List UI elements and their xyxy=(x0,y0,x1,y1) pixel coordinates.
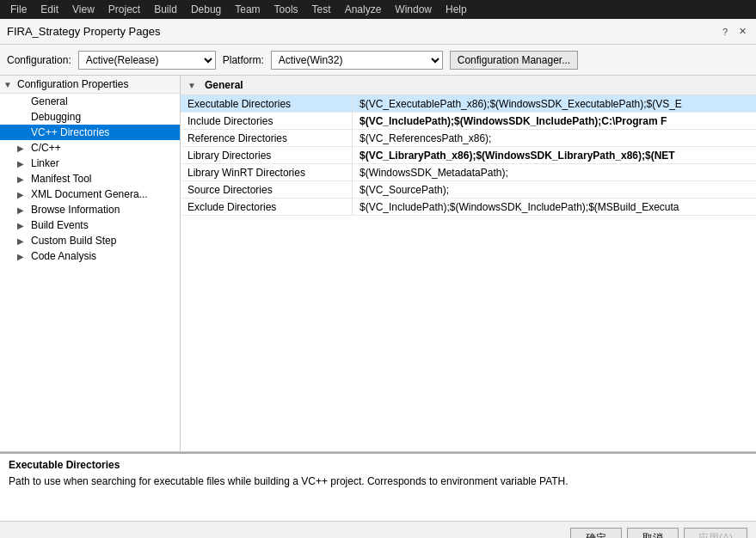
tree-label-browse-info: Browse Information xyxy=(31,204,120,216)
prop-value-ref-dirs: $(VC_ReferencesPath_x86); xyxy=(353,130,756,146)
menu-help[interactable]: Help xyxy=(439,2,474,17)
prop-name-libwinrt-dirs: Library WinRT Directories xyxy=(181,164,353,180)
tree-label-general: General xyxy=(31,95,68,107)
tree-label-build-events: Build Events xyxy=(31,219,89,231)
general-expand-arrow xyxy=(17,97,31,107)
cpp-expand-arrow: ▶ xyxy=(17,144,31,153)
code-expand-arrow: ▶ xyxy=(17,252,31,261)
tree-label-linker: Linker xyxy=(31,157,59,169)
platform-label: Platform: xyxy=(223,54,264,66)
config-row: Configuration: Active(Release) Platform:… xyxy=(0,45,756,76)
properties-panel: ▼ General Executable Directories $(VC_Ex… xyxy=(181,76,756,451)
bottom-button-bar: 确定 取消 应用(A) xyxy=(0,521,756,538)
cancel-button[interactable]: 取消 xyxy=(627,528,679,539)
tree-label-custom-build: Custom Build Step xyxy=(31,235,116,247)
menu-project[interactable]: Project xyxy=(101,2,147,17)
close-button[interactable]: ✕ xyxy=(735,25,749,39)
property-tree: ▼ Configuration Properties General Debug… xyxy=(0,76,181,451)
platform-select[interactable]: Active(Win32) xyxy=(271,51,443,70)
dialog-title: FIRA_Strategy Property Pages xyxy=(7,25,160,38)
prop-name-include-dirs: Include Directories xyxy=(181,113,353,129)
window-controls: ? ✕ xyxy=(718,25,749,39)
menu-view[interactable]: View xyxy=(65,2,101,17)
help-button[interactable]: ? xyxy=(718,25,732,39)
prop-row-exec-dirs[interactable]: Executable Directories $(VC_ExecutablePa… xyxy=(181,95,756,113)
tree-item-vcpp-directories[interactable]: VC++ Directories xyxy=(0,125,180,140)
props-section-general: ▼ General xyxy=(181,76,756,95)
tree-item-linker[interactable]: ▶ Linker xyxy=(0,156,180,171)
tree-label-debugging: Debugging xyxy=(31,111,81,123)
xml-expand-arrow: ▶ xyxy=(17,190,31,199)
prop-row-source-dirs[interactable]: Source Directories $(VC_SourcePath); xyxy=(181,181,756,199)
tree-root[interactable]: ▼ Configuration Properties xyxy=(0,76,180,94)
build-expand-arrow: ▶ xyxy=(17,221,31,230)
tree-root-label: Configuration Properties xyxy=(17,78,128,90)
menu-analyze[interactable]: Analyze xyxy=(338,2,389,17)
tree-item-browse-info[interactable]: ▶ Browse Information xyxy=(0,202,180,217)
description-title: Executable Directories xyxy=(9,459,747,471)
menu-debug[interactable]: Debug xyxy=(184,2,228,17)
left-panel-scroll xyxy=(0,420,180,436)
ok-button[interactable]: 确定 xyxy=(570,528,622,539)
prop-row-exclude-dirs[interactable]: Exclude Directories $(VC_IncludePath);$(… xyxy=(181,199,756,216)
prop-name-lib-dirs: Library Directories xyxy=(181,147,353,163)
prop-row-include-dirs[interactable]: Include Directories $(VC_IncludePath);$(… xyxy=(181,113,756,130)
manifest-expand-arrow: ▶ xyxy=(17,174,31,184)
prop-row-lib-dirs[interactable]: Library Directories $(VC_LibraryPath_x86… xyxy=(181,147,756,164)
browse-expand-arrow: ▶ xyxy=(17,205,31,215)
description-panel: Executable Directories Path to use when … xyxy=(0,452,756,521)
vcpp-expand-arrow xyxy=(17,128,31,138)
menu-bar: File Edit View Project Build Debug Team … xyxy=(0,0,756,19)
description-text: Path to use when searching for executabl… xyxy=(9,474,747,489)
prop-name-exclude-dirs: Exclude Directories xyxy=(181,199,353,215)
prop-value-exclude-dirs: $(VC_IncludePath);$(WindowsSDK_IncludePa… xyxy=(353,199,756,215)
tree-item-general[interactable]: General xyxy=(0,94,180,109)
linker-expand-arrow: ▶ xyxy=(17,159,31,168)
tree-item-xml-doc[interactable]: ▶ XML Document Genera... xyxy=(0,186,180,202)
tree-label-code-analysis: Code Analysis xyxy=(31,250,96,262)
tree-item-custom-build[interactable]: ▶ Custom Build Step xyxy=(0,233,180,248)
debugging-expand-arrow xyxy=(17,113,31,122)
prop-row-libwinrt-dirs[interactable]: Library WinRT Directories $(WindowsSDK_M… xyxy=(181,164,756,181)
menu-file[interactable]: File xyxy=(3,2,34,17)
prop-value-exec-dirs: $(VC_ExecutablePath_x86);$(WindowsSDK_Ex… xyxy=(353,95,756,112)
configuration-select[interactable]: Active(Release) xyxy=(78,51,216,70)
menu-edit[interactable]: Edit xyxy=(34,2,65,17)
menu-test[interactable]: Test xyxy=(305,2,338,17)
menu-team[interactable]: Team xyxy=(228,2,267,17)
prop-row-ref-dirs[interactable]: Reference Directories $(VC_ReferencesPat… xyxy=(181,130,756,147)
prop-value-include-dirs: $(VC_IncludePath);$(WindowsSDK_IncludePa… xyxy=(353,113,756,129)
prop-name-ref-dirs: Reference Directories xyxy=(181,130,353,146)
title-bar: FIRA_Strategy Property Pages ? ✕ xyxy=(0,19,756,45)
tree-item-build-events[interactable]: ▶ Build Events xyxy=(0,217,180,233)
tree-item-debugging[interactable]: Debugging xyxy=(0,109,180,125)
section-expand-arrow: ▼ xyxy=(187,81,201,90)
prop-value-source-dirs: $(VC_SourcePath); xyxy=(353,181,756,198)
main-content: ▼ Configuration Properties General Debug… xyxy=(0,76,756,452)
menu-tools[interactable]: Tools xyxy=(267,2,305,17)
tree-label-xml-doc: XML Document Genera... xyxy=(31,188,148,200)
root-expand-arrow: ▼ xyxy=(3,80,17,89)
apply-button[interactable]: 应用(A) xyxy=(684,528,747,539)
tree-label-vcpp-directories: VC++ Directories xyxy=(31,126,109,138)
prop-name-exec-dirs: Executable Directories xyxy=(181,95,353,112)
menu-window[interactable]: Window xyxy=(388,2,439,17)
custom-expand-arrow: ▶ xyxy=(17,236,31,246)
tree-label-manifest-tool: Manifest Tool xyxy=(31,173,91,185)
section-label: General xyxy=(205,79,243,91)
prop-name-source-dirs: Source Directories xyxy=(181,181,353,198)
tree-label-cpp: C/C++ xyxy=(31,142,61,154)
tree-item-manifest-tool[interactable]: ▶ Manifest Tool xyxy=(0,171,180,186)
tree-item-code-analysis[interactable]: ▶ Code Analysis xyxy=(0,248,180,264)
tree-item-cpp[interactable]: ▶ C/C++ xyxy=(0,140,180,156)
config-label: Configuration: xyxy=(7,54,71,66)
prop-value-libwinrt-dirs: $(WindowsSDK_MetadataPath); xyxy=(353,164,756,180)
config-manager-button[interactable]: Configuration Manager... xyxy=(450,51,578,70)
prop-value-lib-dirs: $(VC_LibraryPath_x86);$(WindowsSDK_Libra… xyxy=(353,147,756,163)
properties-table: ▼ General Executable Directories $(VC_Ex… xyxy=(181,76,756,451)
menu-build[interactable]: Build xyxy=(147,2,184,17)
